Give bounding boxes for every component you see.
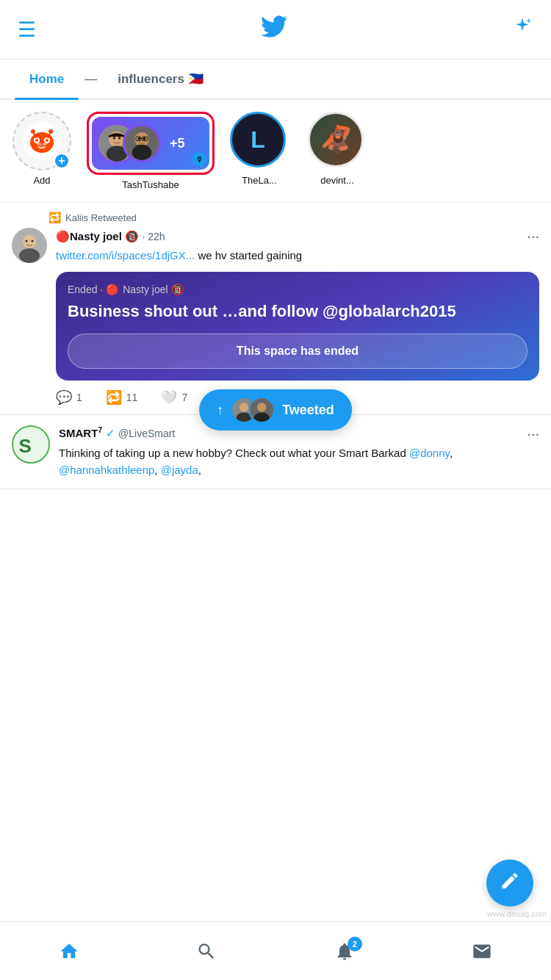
- svg-point-19: [134, 132, 148, 146]
- tweet1-container: 🔁 Kaliis Retweeted 🔴Nasty joel 🔞 · 22h: [0, 203, 551, 415]
- tweet1-body: 🔴Nasty joel 🔞 · 22h ··· twitter.com/i/sp…: [56, 228, 539, 406]
- menu-icon[interactable]: ☰: [18, 18, 36, 42]
- tweeted-arrow: ↑: [217, 403, 223, 418]
- svg-point-17: [118, 137, 121, 140]
- tweet2-avatar[interactable]: S: [12, 425, 50, 464]
- tweet1-link[interactable]: twitter.com/i/spaces/1djGX...: [56, 249, 195, 262]
- add-badge: +: [54, 153, 70, 169]
- tweet1-handle: · 22h: [142, 231, 165, 242]
- space-card-header: Ended · 🔴 Nasty joel 🔞: [68, 284, 527, 295]
- space-host: Nasty joel 🔞: [123, 284, 183, 295]
- tab-home[interactable]: Home: [15, 60, 79, 98]
- reply-count: 1: [76, 392, 82, 403]
- reply-button[interactable]: 💬 1: [56, 389, 82, 406]
- space-item-tashtushabe[interactable]: +5 🎙 TashTushabe: [87, 112, 215, 190]
- svg-point-30: [32, 240, 34, 242]
- retweet-bar: 🔁 Kaliis Retweeted: [12, 212, 539, 223]
- sparkle-icon[interactable]: [511, 16, 533, 43]
- space-item-thela[interactable]: L TheLa...: [226, 112, 292, 186]
- space-card-title: Business shout out …and follow @globalar…: [68, 301, 527, 323]
- retweet-action-icon: 🔁: [106, 389, 122, 406]
- tt-plus-count: +5: [170, 136, 185, 151]
- spaces-row: + Add: [0, 100, 551, 203]
- tweeted-pill[interactable]: ↑ Tweeted: [199, 389, 352, 430]
- svg-point-29: [26, 240, 28, 242]
- tweet1-avatar[interactable]: [12, 228, 47, 263]
- tashtushabe-inner: +5 🎙: [92, 117, 209, 170]
- compose-icon: [500, 871, 520, 896]
- tweet1-name: 🔴Nasty joel 🔞: [56, 230, 139, 242]
- space-item-devint[interactable]: 🦧 devint...: [304, 112, 370, 186]
- svg-point-10: [48, 129, 53, 134]
- nav-messages[interactable]: [472, 941, 492, 962]
- tweet1-more[interactable]: ···: [527, 228, 539, 245]
- verified-badge: ✓: [106, 427, 115, 439]
- retweet-button[interactable]: 🔁 11: [106, 389, 138, 406]
- tweet2-text: Thinking of taking up a new hobby? Check…: [59, 445, 539, 478]
- like-button[interactable]: 🤍 7: [161, 389, 187, 406]
- retweet-icon: 🔁: [48, 212, 61, 223]
- retweet-count: 11: [126, 392, 138, 403]
- tweet2-more[interactable]: ···: [527, 425, 539, 442]
- svg-point-12: [43, 143, 47, 145]
- tab-influencers[interactable]: influencers 🇵🇭: [103, 60, 217, 98]
- space-label-thela: TheLa...: [242, 175, 277, 186]
- svg-point-1: [30, 132, 54, 153]
- svg-point-20: [132, 145, 152, 160]
- svg-point-16: [113, 137, 116, 140]
- svg-point-35: [257, 403, 266, 411]
- reply-icon: 💬: [56, 389, 72, 406]
- svg-point-5: [46, 139, 48, 142]
- space-card[interactable]: Ended · 🔴 Nasty joel 🔞 Business shout ou…: [56, 272, 539, 381]
- tweet1-text: twitter.com/i/spaces/1djGX... we hv star…: [56, 248, 539, 264]
- ended-label: Ended · 🔴: [68, 284, 118, 295]
- space-label-tashtushabe: TashTushabe: [122, 179, 179, 190]
- tweet2-name: SMART7: [59, 427, 106, 439]
- tweeted-avatars: [231, 397, 275, 423]
- svg-point-27: [23, 235, 36, 248]
- space-item-add[interactable]: + Add: [9, 112, 75, 186]
- tab-bar: Home — influencers 🇵🇭: [0, 60, 551, 100]
- svg-point-21: [138, 137, 141, 140]
- nav-search[interactable]: [196, 941, 217, 962]
- tweet2-link3[interactable]: @jayda: [161, 464, 198, 476]
- space-label-add: Add: [33, 175, 50, 186]
- svg-point-22: [143, 137, 146, 140]
- tt-mic-badge: 🎙: [192, 152, 206, 167]
- league-avatar: L: [230, 112, 286, 167]
- nav-home[interactable]: [59, 941, 79, 962]
- compose-fab[interactable]: [486, 860, 533, 907]
- like-count: 7: [181, 392, 187, 403]
- heart-icon: 🤍: [161, 389, 177, 406]
- svg-point-9: [31, 129, 35, 134]
- space-label-devint: devint...: [320, 175, 354, 186]
- tweet2-body: SMART7 ✓ @LiveSmart ··· Thinking of taki…: [59, 425, 539, 478]
- tweet2-handle: @LiveSmart: [118, 428, 175, 439]
- retweeted-by: Kaliis Retweeted: [65, 212, 137, 223]
- tweeted-av2: [248, 397, 275, 423]
- tt-avatar2: [123, 124, 161, 162]
- tab-separator: —: [79, 72, 103, 87]
- nft-avatar: 🦧: [308, 112, 364, 167]
- svg-point-36: [253, 413, 269, 423]
- bottom-nav: 2: [0, 921, 551, 980]
- space-ended-button[interactable]: This space has ended: [68, 334, 527, 369]
- twitter-logo: [261, 13, 287, 46]
- svg-point-28: [19, 248, 40, 263]
- svg-point-32: [240, 403, 248, 411]
- nav-notifications[interactable]: 2: [334, 941, 355, 962]
- app-header: ☰: [0, 0, 551, 60]
- svg-text:S: S: [18, 436, 31, 456]
- notifications-badge: 2: [347, 937, 362, 951]
- tweet2-link1[interactable]: @donny: [409, 447, 450, 459]
- tweeted-label: Tweeted: [282, 403, 334, 418]
- tweet2-link2[interactable]: @hannahkathleenp: [59, 464, 154, 476]
- watermark: www.deuaq.com: [483, 908, 551, 920]
- svg-point-11: [37, 143, 41, 145]
- svg-point-4: [35, 139, 38, 142]
